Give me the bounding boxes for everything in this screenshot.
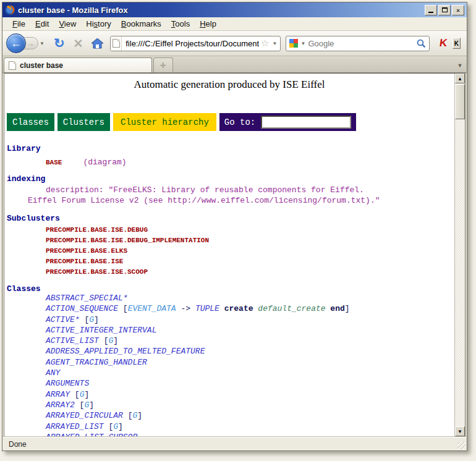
list-all-tabs-button[interactable]: ▼ — [454, 59, 465, 72]
classes-heading: Classes — [7, 284, 41, 294]
class-list-item: ACTIVE* [G] — [46, 315, 350, 325]
scrollbar-thumb[interactable] — [455, 84, 465, 119]
diagram-link[interactable]: (diagram) — [83, 158, 126, 167]
class-link[interactable]: ACTIVE_LIST — [46, 336, 99, 345]
class-signature-text: create — [224, 304, 253, 313]
resize-grip[interactable] — [457, 441, 465, 449]
tab-label: cluster base — [20, 61, 63, 70]
subcluster-link[interactable]: PRECOMPILE.BASE.ISE.DEBUG — [46, 225, 209, 235]
goto-input[interactable] — [261, 116, 351, 129]
cluster-hierarchy-button[interactable]: Cluster hierarchy — [113, 113, 216, 131]
tab-cluster-base[interactable]: cluster base — [4, 57, 152, 72]
search-input[interactable] — [305, 39, 417, 48]
class-link[interactable]: ABSTRACT_SPECIAL* — [46, 294, 128, 303]
classes-button[interactable]: Classes — [7, 113, 54, 131]
class-link[interactable]: ANY — [46, 368, 60, 378]
url-text[interactable]: file:///C:/Eiffel Projects/tour/Document… — [122, 39, 259, 48]
status-text: Done — [9, 440, 27, 449]
home-button[interactable] — [91, 38, 103, 49]
scroll-up-button[interactable]: ▲ — [455, 74, 465, 83]
classes-list: ABSTRACT_SPECIAL*ACTION_SEQUENCE [EVENT_… — [46, 293, 350, 436]
content-area: Automatic generation produced by ISE Eif… — [4, 73, 465, 437]
generic-param-link[interactable]: G — [89, 315, 94, 324]
menu-tools[interactable]: Tools — [166, 18, 195, 30]
class-list-item: ARRAYED_LIST_CURSOR — [46, 432, 350, 436]
class-link[interactable]: ADDRESS_APPLIED_TO_MELTED_FEATURE — [46, 347, 205, 356]
class-list-item: ARRAYED_LIST [G] — [46, 421, 350, 432]
class-link[interactable]: ACTIVE* — [46, 315, 80, 324]
cluster-name: BASE — [46, 159, 62, 166]
url-dropdown-icon[interactable]: ▼ — [273, 41, 278, 46]
class-link[interactable]: ARRAYED_CIRCULAR — [46, 411, 123, 420]
tab-bar: cluster base ✛ ▼ — [2, 56, 467, 73]
class-list-item: ANY — [46, 368, 350, 378]
new-tab-button[interactable]: ✛ — [153, 57, 173, 72]
title-bar: cluster base - Mozilla Firefox ✕ — [2, 2, 467, 17]
class-signature-text: ] — [89, 400, 94, 410]
menu-view[interactable]: View — [54, 18, 81, 30]
subcluster-link[interactable]: PRECOMPILE.BASE.ISE.SCOOP — [46, 267, 209, 277]
class-link[interactable]: TUPLE — [195, 304, 219, 313]
minimize-button[interactable] — [425, 5, 437, 15]
class-link[interactable]: ARRAYED_LIST — [46, 422, 104, 431]
class-list-item: ACTIVE_LIST [G] — [46, 336, 350, 346]
refresh-icon: ↻ — [54, 36, 65, 51]
class-link[interactable]: ARGUMENTS — [46, 379, 89, 388]
stop-button[interactable]: ✕ — [74, 36, 83, 51]
doc-nav-buttons: Classes Clusters Cluster hierarchy Go to… — [7, 113, 356, 131]
class-signature-text: -> — [176, 304, 195, 313]
class-signature-text: [ — [118, 304, 128, 313]
menu-help[interactable]: Help — [195, 18, 221, 30]
bookmark-star-icon[interactable]: ☆ — [259, 38, 271, 49]
library-row: BASE(diagram) — [46, 156, 127, 167]
close-button[interactable]: ✕ — [452, 5, 464, 15]
site-identity-button[interactable] — [111, 36, 122, 51]
generic-param-link[interactable]: G — [113, 422, 118, 431]
menu-file[interactable]: File — [7, 18, 30, 30]
address-bar[interactable]: file:///C:/Eiffel Projects/tour/Document… — [110, 36, 281, 51]
maximize-button[interactable] — [438, 5, 451, 15]
page-icon — [113, 39, 120, 48]
menu-edit[interactable]: Edit — [30, 18, 54, 30]
class-list-item: ABSTRACT_SPECIAL* — [46, 293, 350, 303]
menu-history[interactable]: History — [81, 18, 116, 30]
class-list-item: ACTIVE_INTEGER_INTERVAL — [46, 325, 350, 336]
stop-icon: ✕ — [74, 36, 83, 51]
subcluster-link[interactable]: PRECOMPILE.BASE.ELKS — [46, 246, 209, 256]
generic-param-link[interactable]: EVENT_DATA — [128, 304, 176, 313]
class-link[interactable]: ARRAY — [46, 390, 70, 399]
scroll-down-button[interactable]: ▼ — [455, 426, 465, 436]
k-toolbar-button[interactable]: K — [453, 38, 461, 49]
menu-bookmarks[interactable]: Bookmarks — [116, 18, 166, 30]
subclusters-list: PRECOMPILE.BASE.ISE.DEBUGPRECOMPILE.BASE… — [46, 225, 209, 277]
search-icon[interactable] — [417, 39, 426, 48]
indexing-description-line2: Eiffel Forum License v2 (see http://www.… — [28, 196, 380, 205]
chevron-down-icon: ▼ — [457, 62, 463, 69]
goto-box: Go to: — [219, 113, 356, 131]
search-bar[interactable]: ▼ — [286, 36, 430, 51]
subcluster-link[interactable]: PRECOMPILE.BASE.ISE — [46, 256, 209, 267]
goto-label: Go to: — [224, 117, 255, 127]
vertical-scrollbar[interactable]: ▲ ▼ — [454, 74, 465, 436]
class-signature-text: [ — [104, 422, 114, 431]
class-signature-text: end — [330, 304, 344, 313]
class-list-item: ARRAYED_CIRCULAR [G] — [46, 410, 350, 421]
class-link[interactable]: ACTION_SEQUENCE — [46, 304, 118, 313]
clusters-button[interactable]: Clusters — [57, 113, 110, 131]
back-button[interactable]: ← — [6, 33, 26, 53]
class-signature-text — [219, 304, 224, 313]
class-link[interactable]: AGENT_TRACING_HANDLER — [46, 358, 147, 367]
search-engine-dropdown-icon[interactable]: ▼ — [300, 41, 305, 46]
class-link[interactable]: ACTIVE_INTEGER_INTERVAL — [46, 326, 156, 335]
history-dropdown-icon[interactable]: ▼ — [40, 41, 45, 46]
class-link[interactable]: ARRAYED_LIST_CURSOR — [46, 433, 137, 436]
class-list-item: ADDRESS_APPLIED_TO_MELTED_FEATURE — [46, 346, 350, 357]
class-list-item: AGENT_TRACING_HANDLER — [46, 357, 350, 368]
menu-bar: FileEditViewHistoryBookmarksToolsHelp — [2, 17, 467, 31]
kaspersky-icon[interactable]: K — [439, 37, 448, 49]
refresh-button[interactable]: ↻ — [54, 36, 65, 51]
subcluster-link[interactable]: PRECOMPILE.BASE.ISE.DEBUG_IMPLEMENTATION — [46, 235, 209, 246]
class-signature-text: ] — [118, 422, 123, 431]
class-link[interactable]: ARRAY2 — [46, 400, 75, 410]
new-tab-icon: ✛ — [160, 61, 166, 70]
